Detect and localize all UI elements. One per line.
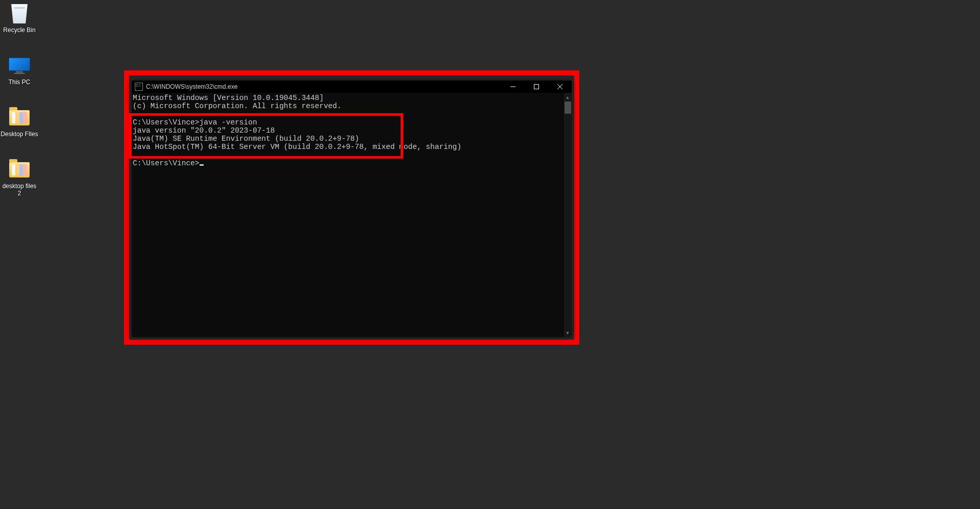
cmd-app-icon: [135, 83, 143, 91]
cmd-line: (c) Microsoft Corporation. All rights re…: [133, 102, 341, 110]
cmd-prompt: C:\Users\Vince>: [133, 159, 200, 167]
recycle-bin-icon: [7, 3, 32, 24]
desktop-icon-label: Recycle Bin: [3, 27, 35, 34]
folder-icon: [7, 107, 32, 129]
desktop-icon-label: This PC: [9, 79, 31, 86]
minimize-button[interactable]: [501, 81, 525, 93]
minimize-icon: [510, 84, 516, 89]
pc-icon: [7, 55, 32, 77]
scroll-track[interactable]: [564, 101, 572, 328]
close-icon: [557, 84, 562, 89]
cmd-scrollbar[interactable]: ▲ ▼: [563, 93, 572, 337]
scroll-up-button[interactable]: ▲: [564, 93, 572, 101]
svg-rect-0: [534, 85, 539, 89]
cmd-cursor: [200, 164, 204, 166]
cmd-line: C:\Users\Vince>java -version: [133, 118, 257, 126]
cmd-line: Java(TM) SE Runtime Environment (build 2…: [133, 135, 359, 143]
desktop-icon-folder-1[interactable]: Desktop FIles: [0, 107, 39, 138]
desktop-icon-recycle-bin[interactable]: Recycle Bin: [0, 3, 39, 34]
cmd-line: java version "20.0.2" 2023-07-18: [133, 126, 275, 135]
cmd-body[interactable]: Microsoft Windows [Version 10.0.19045.34…: [132, 93, 572, 337]
desktop-icon-label: desktop files 2: [0, 183, 39, 197]
cmd-window-title: C:\WINDOWS\system32\cmd.exe: [146, 83, 501, 90]
window-controls: [501, 81, 572, 93]
scroll-down-button[interactable]: ▼: [564, 328, 572, 337]
maximize-icon: [534, 84, 539, 89]
cmd-line: Java HotSpot(TM) 64-Bit Server VM (build…: [133, 143, 461, 151]
desktop-icon-label: Desktop FIles: [1, 131, 38, 138]
desktop-icon-folder-2[interactable]: desktop files 2: [0, 159, 39, 197]
close-button[interactable]: [548, 81, 572, 93]
cmd-window[interactable]: C:\WINDOWS\system32\cmd.exe Microsoft Wi…: [132, 81, 572, 337]
cmd-titlebar[interactable]: C:\WINDOWS\system32\cmd.exe: [132, 81, 572, 93]
scroll-thumb[interactable]: [565, 101, 571, 114]
desktop-icon-this-pc[interactable]: This PC: [0, 55, 39, 86]
cmd-output[interactable]: Microsoft Windows [Version 10.0.19045.34…: [132, 93, 563, 337]
folder-icon: [7, 159, 32, 181]
cmd-line: Microsoft Windows [Version 10.0.19045.34…: [133, 94, 324, 102]
maximize-button[interactable]: [525, 81, 548, 93]
